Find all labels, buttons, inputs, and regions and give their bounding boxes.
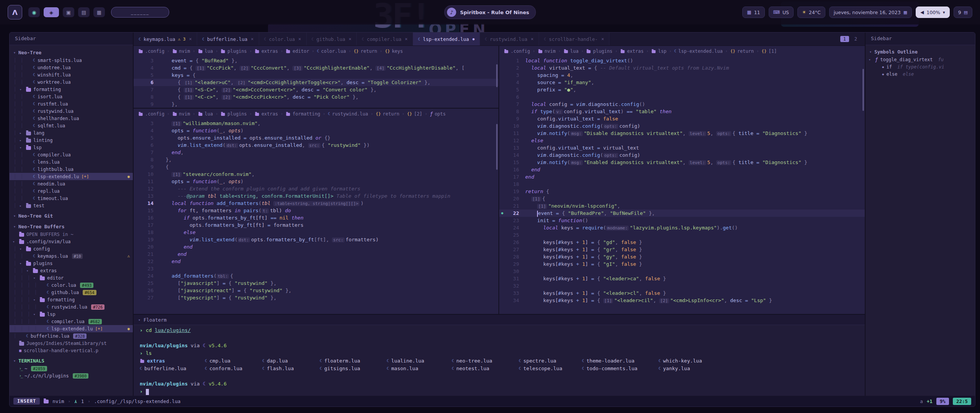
code-line-11[interactable]: 11 opts = function(_, opts) <box>134 178 498 185</box>
tree-item-rustfmt-lua[interactable]: ││☾rustfmt.lua <box>10 100 133 107</box>
close-icon[interactable]: × <box>251 36 253 42</box>
code-line-9[interactable]: 9 }, <box>134 101 498 108</box>
workspace-icon-3[interactable]: ▣ <box>63 7 74 17</box>
tree-item-test[interactable]: │▸test <box>10 202 133 209</box>
code-line-25[interactable]: 25 <box>499 231 865 239</box>
tree-item-smart-splits-lua[interactable]: ││☾smart-splits.lua <box>10 57 133 64</box>
tree-item-neodim-lua[interactable]: ││☾neodim.lua <box>10 180 133 187</box>
outline-item-else[interactable]: ◆elseelse <box>866 70 975 78</box>
code-line-20[interactable]: 20 end <box>134 243 498 250</box>
breadcrumb-item[interactable]: .config <box>138 49 165 54</box>
tab-keymaps-lua[interactable]: ☾keymaps.lua⚠ 3× <box>134 33 197 46</box>
tree-item-worktree-lua[interactable]: ││☾worktree.lua <box>10 78 133 86</box>
scrollbar[interactable] <box>496 124 498 170</box>
breadcrumb-item[interactable]: editor <box>286 49 309 54</box>
tab-color-lua[interactable]: ☾color.lua× <box>259 33 307 46</box>
code-line-26[interactable]: 26 keys[#keys + 1] = { "gd", false } <box>499 239 865 246</box>
code-line-17[interactable]: 17 opts.formatters_by_ft[ft] = formatter… <box>134 221 498 229</box>
code-line-7[interactable]: 7 local config = vim.diagnostic.config() <box>499 101 865 108</box>
code-line-29[interactable]: 29 keys[#keys + 1] = { "gI", false } <box>499 260 865 268</box>
close-icon[interactable]: × <box>189 36 192 42</box>
code-line-34[interactable]: 34 keys[#keys + 1] = { [1]"<leader>cil",… <box>499 297 865 304</box>
tab-scrollbar-handle-[interactable]: ☾scrollbar-handle-× <box>539 33 609 46</box>
code-line-25[interactable]: 25 ["javascript"] = { "rustywind" }, <box>134 280 498 287</box>
breadcrumb-item[interactable]: nvim <box>172 111 190 117</box>
tree-item-undotree-lua[interactable]: ││☾undotree.lua <box>10 64 133 71</box>
workspace-icon-4[interactable]: ▤ <box>78 7 90 17</box>
breadcrumb-item[interactable]: lua <box>198 111 213 117</box>
code-line-5[interactable]: 5 prefix = "●", <box>499 86 865 93</box>
breadcrumb-item[interactable]: {}[2] <box>407 111 422 117</box>
status-chip-3[interactable]: ☀24°C <box>797 7 825 18</box>
breadcrumb-item[interactable]: {}keys <box>385 49 403 54</box>
code-line-32[interactable]: 32 <box>499 282 865 289</box>
code-line-16[interactable]: 16 end <box>499 166 865 173</box>
breadcrumb-item[interactable]: formatting <box>286 111 320 117</box>
section-header-neo-tree-buffers[interactable]: ▾Neo-Tree Buffers <box>10 222 133 231</box>
code-line-12[interactable]: 12 --- Extend the conform plugin config … <box>134 185 498 192</box>
tree-item-rustywind-lua[interactable]: ││☾rustywind.lua <box>10 107 133 115</box>
breadcrumb-item[interactable]: {}[1] <box>761 49 777 54</box>
tree-item-repl-lua[interactable]: ││☾repl.lua <box>10 187 133 195</box>
tree-item-plugins[interactable]: │▾plugins <box>10 260 133 267</box>
code-line-3[interactable]: 3 spacing = 4, <box>499 72 865 79</box>
code-line-8[interactable]: 8 }, <box>134 156 498 163</box>
tree-item-config[interactable]: │▾config <box>10 245 133 252</box>
breadcrumb-item[interactable]: plugins <box>586 49 612 54</box>
breadcrumb-item[interactable]: nvim <box>538 49 556 54</box>
tree-item-github-lua[interactable]: ││││☾github.lua#654 <box>10 289 133 296</box>
code-line-10[interactable]: 10 [1]"stevearc/conform.nvim", <box>134 171 498 178</box>
code-line-4[interactable]: 4 opts = function(_, opts) <box>134 127 498 134</box>
workspace-pill-input[interactable]: ______ <box>111 7 169 18</box>
code-line-4[interactable]: 4 cmd = { [1]"CccPick", [2]"CccConvert",… <box>134 64 498 72</box>
breadcrumb-item[interactable]: plugins <box>220 49 247 54</box>
breadcrumb-item[interactable]: {}return <box>376 111 400 117</box>
breadcrumb-item[interactable]: lua <box>198 49 213 54</box>
workspace-icon-1[interactable]: ◉ <box>28 7 40 17</box>
code-line-5[interactable]: 5 keys = { <box>134 72 498 79</box>
code-line-19[interactable]: 19return { <box>499 188 865 195</box>
floaterm-header[interactable]: ▾ Floaterm <box>134 315 865 325</box>
now-playing-widget[interactable]: ♪ Spiritbox - Rule Of Nines <box>444 5 536 19</box>
scrollbar[interactable] <box>862 69 864 111</box>
tabpage-1[interactable]: 1 <box>840 36 849 42</box>
code-line-23[interactable]: 23 <box>134 265 498 272</box>
breadcrumb-item[interactable]: extras <box>255 111 278 117</box>
tree-item--[interactable]: ›_~#2859 <box>10 365 133 372</box>
status-chip-5[interactable]: ◀100%▾ <box>916 7 950 18</box>
code-line-22[interactable]: ●22 event = { "BufReadPre", "BufNewFile"… <box>499 210 865 217</box>
terminal-output[interactable]: › cd lua/plugins/ nvim/lua/plugins via ☾… <box>134 325 865 396</box>
code-line-18[interactable]: 18 else <box>134 229 498 236</box>
tree-item-formatting[interactable]: │▾formatting <box>10 86 133 93</box>
code-line-4[interactable]: 4 source = "if_many", <box>499 79 865 86</box>
tree-item-linting[interactable]: │▸linting <box>10 137 133 144</box>
code-line-15[interactable]: 15 for ft, formatters in pairs(t:tbl) do <box>134 207 498 214</box>
code-line-21[interactable]: 21 [1]"neovim/nvim-lspconfig", <box>499 202 865 210</box>
tree-item-lsp[interactable]: │││▾lsp <box>10 311 133 318</box>
code-line-19[interactable]: 19 vim.list_extend(dst:opts.formatters_b… <box>134 236 498 243</box>
code-line-9[interactable]: 9 { <box>134 163 498 171</box>
section-header-terminals[interactable]: ▾TERMINALS <box>10 356 133 365</box>
tree-item-open-buffers-in-[interactable]: OPEN BUFFERS in ~ <box>10 231 133 238</box>
code-line-11[interactable]: 11 vim.notify(msg:"Disable diagnostics v… <box>499 130 865 137</box>
breadcrumb-item[interactable]: ☾rustywind.lua <box>328 111 368 117</box>
section-header-neo-tree[interactable]: ▾Neo-Tree <box>10 48 133 57</box>
launcher-icon[interactable]: Λ <box>8 5 22 20</box>
breadcrumb-item[interactable]: extras <box>620 49 644 54</box>
code-line-6[interactable]: 6 { [1]"<leader>uC", [2]"<cmd>CccHighlig… <box>134 79 498 86</box>
code-line-21[interactable]: 21 end <box>134 250 498 258</box>
breadcrumb-item[interactable]: .config <box>504 49 530 54</box>
code-line-7[interactable]: 7 end, <box>134 149 498 156</box>
tree-item-formatting[interactable]: │││▾formatting <box>10 296 133 303</box>
code-line-27[interactable]: 27 ["typescript"] = { "rustywind" }, <box>134 294 498 301</box>
code-line-28[interactable]: 28 keys[#keys + 1] = { "gy", false } <box>499 253 865 260</box>
code-line-6[interactable]: 6 <box>499 93 865 101</box>
code-line-33[interactable]: 33 keys[#keys + 1] = { "<leader>cl", fal… <box>499 289 865 297</box>
code-line-20[interactable]: 20 [1]{ <box>499 195 865 202</box>
tree-item-editor[interactable]: │││▾editor <box>10 274 133 281</box>
outline-item-if[interactable]: ◆ifif type(config.vi <box>866 63 975 70</box>
tree-item-color-lua[interactable]: ││││☾color.lua#493 <box>10 281 133 289</box>
code-line-17[interactable]: 17end <box>499 173 865 180</box>
close-icon[interactable]: × <box>601 36 604 42</box>
code-line-31[interactable]: 31 keys[#keys + 1] = { "<leader>ca", fal… <box>499 275 865 282</box>
